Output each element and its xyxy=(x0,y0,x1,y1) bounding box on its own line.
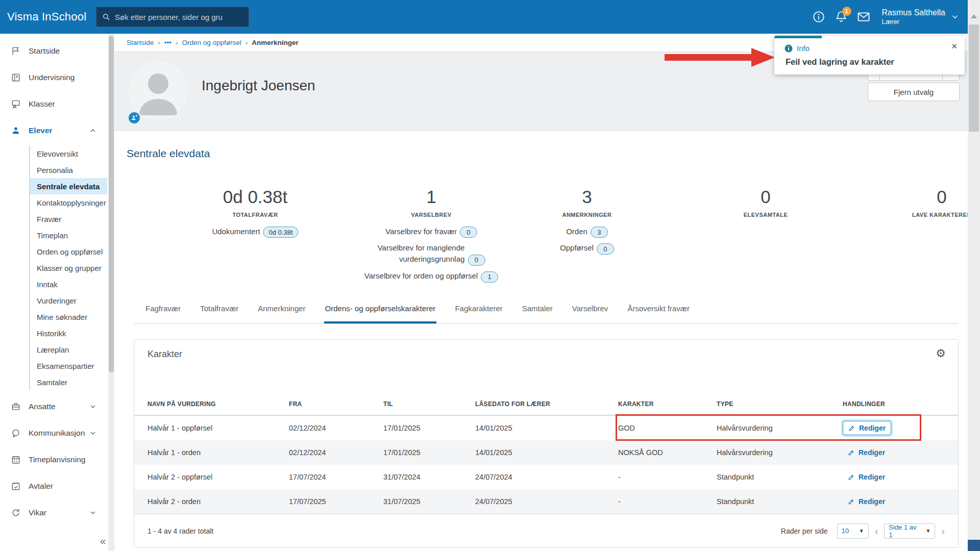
breadcrumb-section[interactable]: Orden og oppførsel xyxy=(182,39,241,46)
search-input[interactable] xyxy=(115,13,243,21)
tab[interactable]: Varselbrev xyxy=(571,304,609,323)
table-row: Halvår 1 - oppførsel 02/12/2024 17/01/20… xyxy=(134,416,958,440)
tab[interactable]: Totalfravær xyxy=(199,304,239,323)
table-row: Halvår 1 - orden 02/12/2024 17/01/2025 1… xyxy=(134,440,958,465)
notifications-button[interactable]: 1 xyxy=(830,6,852,28)
student-icon xyxy=(10,125,21,136)
column-header: KARAKTER xyxy=(618,400,717,408)
sidebar-subitem[interactable]: Fravær xyxy=(30,211,107,227)
avatar-upload-badge[interactable] xyxy=(128,111,141,124)
cell-til: 31/07/2024 xyxy=(383,473,475,481)
app-window: Visma InSchool 1 Rasmus Salthella Lærer xyxy=(0,0,980,551)
student-avatar xyxy=(129,61,188,120)
stat-substat: Orden3 xyxy=(566,226,608,238)
cell-lasedato: 14/01/2025 xyxy=(475,424,618,432)
previous-page-button[interactable]: ‹ xyxy=(875,526,878,536)
app-logo[interactable]: Visma InSchool xyxy=(7,10,86,23)
sidebar-subitem[interactable]: Kontaktopplysninger xyxy=(30,194,107,211)
toast-message: Feil ved lagring av karakter xyxy=(786,57,894,67)
pencil-icon xyxy=(848,424,855,432)
sidebar-item-timeplanvisning[interactable]: Timeplanvisning xyxy=(0,446,107,473)
sidebar-collapse-button[interactable]: « xyxy=(100,535,106,547)
sidebar-subitem[interactable]: Personalia xyxy=(30,162,107,178)
topbar-actions: 1 Rasmus Salthella Lærer xyxy=(807,0,980,34)
tab[interactable]: Fagfravær xyxy=(144,304,182,323)
sidebar-item-kommunikasjon[interactable]: Kommunikasjon xyxy=(0,420,107,446)
sidebar-subitem[interactable]: Klasser og grupper xyxy=(30,260,107,276)
breadcrumb-ellipsis[interactable]: ••• xyxy=(164,39,172,46)
sidebar-item-startside[interactable]: Startside xyxy=(0,38,107,64)
sidebar-item-elever[interactable]: Elever xyxy=(0,117,107,144)
scroll-up-arrow-icon[interactable] xyxy=(971,14,977,18)
stat-substat: Oppførsel0 xyxy=(560,242,614,255)
cell-name: Halvår 2 - oppførsel xyxy=(148,473,289,481)
stat-totalfravaer: 0d 0.38t TOTALFRAVÆR Udokumentert0d 0.38… xyxy=(212,187,298,238)
sidebar-subitem[interactable]: Orden og oppførsel xyxy=(30,243,107,260)
breadcrumb-separator: › xyxy=(158,39,160,46)
chevron-down-icon xyxy=(89,429,97,437)
messages-button[interactable] xyxy=(852,6,875,28)
sidebar-item-ansatte[interactable]: Ansatte xyxy=(0,393,107,420)
cell-karakter: GOD xyxy=(618,424,717,432)
sidebar-item-avtaler[interactable]: Avtaler xyxy=(0,473,107,499)
breadcrumb-separator: › xyxy=(176,39,178,46)
rediger-button[interactable]: Rediger xyxy=(843,446,890,459)
info-button[interactable] xyxy=(807,6,830,28)
sidebar-subitem[interactable]: Læreplan xyxy=(30,341,107,358)
rediger-button[interactable]: Rediger xyxy=(843,421,891,435)
rows-per-page-select[interactable]: 10 ▼ xyxy=(837,523,869,539)
sidebar-subitem[interactable]: Sentrale elevdata xyxy=(30,178,107,194)
page-scrollbar[interactable] xyxy=(968,0,980,551)
sidebar-subitem[interactable]: Mine søknader xyxy=(30,309,107,325)
tab[interactable]: Anmerkninger xyxy=(257,304,306,323)
sidebar-item-vikar[interactable]: Vikar xyxy=(0,499,107,526)
tab[interactable]: Årsoversikt fravær xyxy=(626,304,691,323)
student-name: Ingebrigt Joensen xyxy=(202,78,315,94)
user-menu[interactable]: Rasmus Salthella Lærer xyxy=(882,8,960,26)
page-select[interactable]: Side 1 av 1 ▼ xyxy=(884,523,935,539)
sidebar-subitem[interactable]: Inntak xyxy=(30,276,107,292)
page-scrollbar-thumb[interactable] xyxy=(969,24,979,132)
toast-progress-bar xyxy=(774,36,822,38)
remove-selection-button[interactable]: Fjern utvalg xyxy=(868,83,960,101)
cell-type: Standpunkt xyxy=(717,473,843,481)
rediger-button[interactable]: Rediger xyxy=(843,470,890,484)
cell-type: Halvårsvurdering xyxy=(717,424,843,432)
table-header: NAVN PÅ VURDERINGFRATILLÅSEDATO FOR LÆRE… xyxy=(134,393,958,416)
sidebar-item-klasser[interactable]: Klasser xyxy=(0,91,107,117)
sidebar-subitem[interactable]: Historikk xyxy=(30,325,107,341)
cell-karakter: NOKSÅ GOD xyxy=(618,448,717,457)
stat-elevsamtale: 0 ELEVSAMTALE xyxy=(744,187,788,218)
sidebar-subitem[interactable]: Elevoversikt xyxy=(30,145,107,162)
chevron-down-icon xyxy=(89,509,97,517)
sidebar-subitem[interactable]: Samtaler xyxy=(30,374,107,390)
sidebar-subitem[interactable]: Timeplan xyxy=(30,227,107,243)
table-row: Halvår 2 - orden 17/07/2025 31/07/2025 2… xyxy=(134,489,958,514)
tab[interactable]: Fagkarakterer xyxy=(454,304,503,323)
global-search[interactable] xyxy=(96,7,249,27)
chevron-down-icon: ▼ xyxy=(859,528,864,534)
sidebar-scrollbar[interactable] xyxy=(108,34,114,551)
content: Sentrale elevdata 0d 0.38t TOTALFRAVÆR U… xyxy=(114,131,968,551)
user-name: Rasmus Salthella xyxy=(882,8,946,18)
rediger-button[interactable]: Rediger xyxy=(843,495,890,508)
next-page-button[interactable]: › xyxy=(941,526,945,536)
sidebar-item-undervisning[interactable]: Undervisning xyxy=(0,64,107,91)
gear-icon[interactable]: ⚙ xyxy=(936,348,946,359)
avatar-silhouette-icon xyxy=(129,61,188,120)
column-header: TIL xyxy=(383,400,475,408)
sidebar-subitem[interactable]: Vurderinger xyxy=(30,292,107,309)
close-icon[interactable]: ✕ xyxy=(951,42,958,51)
tab[interactable]: Samtaler xyxy=(521,304,554,323)
user-role: Lærer xyxy=(882,18,946,26)
column-header: NAVN PÅ VURDERING xyxy=(148,400,289,408)
stat-substat: Varselbrev for manglendevurderingsgrunnl… xyxy=(378,242,485,266)
sidebar-scrollbar-thumb[interactable] xyxy=(109,36,114,372)
chevron-down-icon xyxy=(950,12,960,21)
refresh-icon xyxy=(10,507,21,518)
tab[interactable]: Ordens- og oppførselskarakterer xyxy=(324,304,437,323)
breadcrumb-home[interactable]: Startside xyxy=(127,39,154,46)
main-area: Startside › ••• › Orden og oppførsel › A… xyxy=(114,34,968,551)
stat-pill: 1 xyxy=(481,271,498,283)
sidebar-subitem[interactable]: Eksamenspartier xyxy=(30,358,107,374)
